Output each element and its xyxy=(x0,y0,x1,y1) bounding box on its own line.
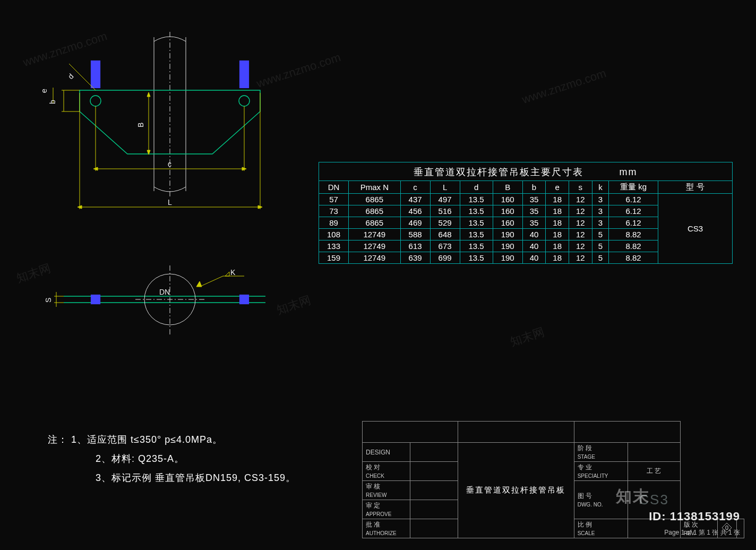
watermark: www.znzmo.com xyxy=(520,66,608,107)
cell: 12749 xyxy=(348,229,400,240)
cell: 12 xyxy=(569,205,592,217)
cell: 529 xyxy=(430,217,460,229)
cell: 18 xyxy=(546,217,569,229)
cell: 13.5 xyxy=(460,229,493,240)
cell: 588 xyxy=(400,229,430,240)
overlay-id: ID: 1138153199 xyxy=(649,510,740,523)
dim-d: d xyxy=(66,72,75,81)
cell: 516 xyxy=(430,205,460,217)
overlay-brand: 知末 xyxy=(616,486,650,508)
cell: 35 xyxy=(522,217,546,229)
cell: 13.5 xyxy=(460,217,493,229)
note-2: 2、材料: Q235-A。 xyxy=(48,449,184,468)
cell: 108 xyxy=(319,229,349,240)
cell: 648 xyxy=(430,229,460,240)
cell: 12 xyxy=(569,217,592,229)
cell: 613 xyxy=(400,240,430,252)
table-title-row: 垂直管道双拉杆接管吊板主要尺寸表 mm xyxy=(319,162,733,181)
cell: 159 xyxy=(319,252,349,264)
table-row: 57686543749713.516035181236.12CS3 xyxy=(319,194,733,205)
cell: 3 xyxy=(592,194,608,205)
tb-approve-en: APPROVE xyxy=(366,511,391,517)
col-header: DN xyxy=(319,181,349,194)
cell: 497 xyxy=(430,194,460,205)
tb-check-en: CHECK xyxy=(366,473,384,479)
cell: 18 xyxy=(546,194,569,205)
cell: 6.12 xyxy=(609,205,658,217)
cell: 160 xyxy=(493,205,522,217)
cell: 12 xyxy=(569,194,592,205)
table-title: 垂直管道双拉杆接管吊板主要尺寸表 xyxy=(414,167,583,177)
cell: 469 xyxy=(400,217,430,229)
cell: 6865 xyxy=(348,205,400,217)
svg-rect-6 xyxy=(240,61,248,88)
dim-S: S xyxy=(44,298,53,303)
cell: 18 xyxy=(546,240,569,252)
cell: 18 xyxy=(546,205,569,217)
dim-L: L xyxy=(168,198,172,207)
dim-K: K xyxy=(230,268,236,277)
svg-marker-13 xyxy=(147,92,150,97)
cell: 35 xyxy=(522,194,546,205)
tb-review-en: REVIEW xyxy=(366,492,386,498)
cell: 437 xyxy=(400,194,430,205)
notes-block: 注： 1、适应范围 t≤350° p≤4.0MPa。 2、材料: Q235-A。… xyxy=(48,430,296,487)
cell: 57 xyxy=(319,194,349,205)
dim-b: b xyxy=(48,100,57,104)
cell: 6.12 xyxy=(609,217,658,229)
cell: 40 xyxy=(522,240,546,252)
dim-B: B xyxy=(136,123,145,127)
dim-DN: DN xyxy=(159,288,170,296)
tb-spec-val: 工 艺 xyxy=(647,467,661,475)
col-header: 型 号 xyxy=(658,181,733,194)
cell: 12 xyxy=(569,252,592,264)
cell: 35 xyxy=(522,205,546,217)
cell: 6865 xyxy=(348,194,400,205)
tb-spec-en: SPECIALITY xyxy=(578,473,608,479)
cell: 40 xyxy=(522,252,546,264)
tb-scale-en: SCALE xyxy=(578,530,595,536)
cell: 40 xyxy=(522,229,546,240)
cell: 18 xyxy=(546,229,569,240)
tb-drawing-title: 垂直管道双拉杆接管吊板 xyxy=(466,485,565,494)
cell: 5 xyxy=(592,252,608,264)
cell: 133 xyxy=(319,240,349,252)
col-header: B xyxy=(493,181,522,194)
cell: 13.5 xyxy=(460,194,493,205)
cell: 6.12 xyxy=(609,194,658,205)
engineering-drawing: b d e B c L xyxy=(42,32,319,372)
tb-dwgno-cn: 图 号 xyxy=(578,492,592,500)
cell: 8.82 xyxy=(609,229,658,240)
cell: 89 xyxy=(319,217,349,229)
cell: 699 xyxy=(430,252,460,264)
cell: 190 xyxy=(493,240,522,252)
tb-review-cn: 审 核 xyxy=(366,483,380,490)
tb-authorize-cn: 批 准 xyxy=(366,521,380,528)
svg-rect-27 xyxy=(91,295,100,304)
dim-e: e xyxy=(42,89,48,93)
note-3: 3、标记示例 垂直管吊板DN159, CS3-159。 xyxy=(48,468,296,487)
tb-approve-cn: 审 定 xyxy=(366,502,380,509)
cell: 73 xyxy=(319,205,349,217)
page-info: Page 1 of 1 第 1 张 共 1 张 xyxy=(664,528,740,537)
col-header: L xyxy=(430,181,460,194)
tb-stage-cn: 阶 段 xyxy=(578,444,592,452)
cell: 13.5 xyxy=(460,252,493,264)
cell: 5 xyxy=(592,240,608,252)
cad-canvas: www.znzmo.com 知末网 www.znzmo.com 知末网 www.… xyxy=(0,0,756,550)
cell: 6865 xyxy=(348,217,400,229)
tb-spec-cn: 专 业 xyxy=(578,463,592,471)
watermark: 知末网 xyxy=(508,324,546,350)
tb-check-cn: 校 对 xyxy=(366,463,380,471)
svg-rect-5 xyxy=(91,61,100,88)
cell: 12 xyxy=(569,229,592,240)
note-1: 1、适应范围 t≤350° p≤4.0MPa。 xyxy=(71,434,222,445)
svg-point-4 xyxy=(239,96,250,106)
cell: 160 xyxy=(493,217,522,229)
cell: 456 xyxy=(400,205,430,217)
cell: 13.5 xyxy=(460,205,493,217)
tb-authorize-en: AUTHORIZE xyxy=(366,530,397,536)
cell: 190 xyxy=(493,252,522,264)
dim-c: c xyxy=(168,160,171,168)
col-header: e xyxy=(546,181,569,194)
